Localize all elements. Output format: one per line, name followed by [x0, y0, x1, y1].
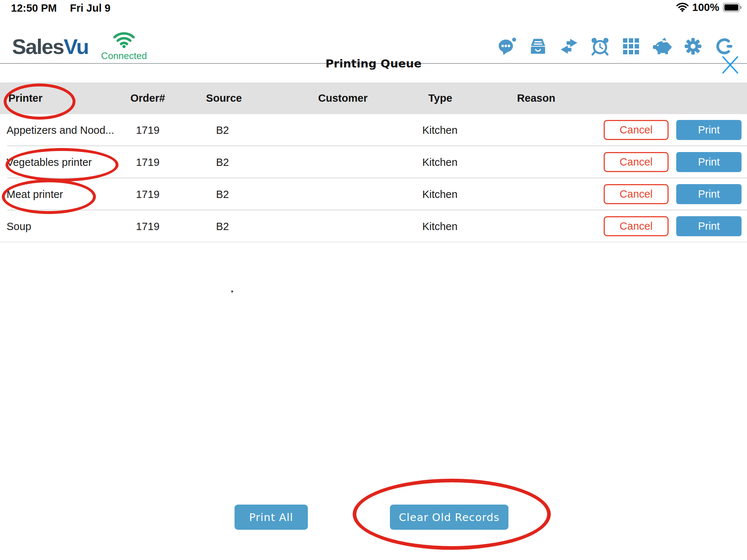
column-header-reason: Reason: [517, 82, 556, 114]
close-icon[interactable]: [720, 55, 740, 75]
status-bar: 12:50 PMFri Jul 9 100%: [0, 0, 747, 15]
row-divider: [7, 178, 747, 178]
cell-type: Kitchen: [422, 178, 458, 210]
column-header-type: Type: [428, 82, 452, 114]
cell-order: 1719: [136, 114, 160, 146]
print-button[interactable]: Print: [676, 120, 742, 140]
cell-order: 1719: [136, 178, 160, 210]
cell-printer: Meat printer: [7, 178, 63, 210]
cash-drawer-icon[interactable]: [529, 37, 547, 56]
print-button[interactable]: Print: [676, 216, 742, 236]
cell-source: B2: [216, 114, 229, 146]
print-button[interactable]: Print: [676, 152, 742, 172]
cell-source: B2: [216, 178, 229, 210]
status-date: Fri Jul 9: [70, 2, 111, 14]
cancel-button[interactable]: Cancel: [604, 216, 669, 236]
table-header-row: Printer Order# Source Customer Type Reas…: [0, 82, 747, 114]
header-toolbar: [498, 37, 734, 56]
column-header-customer: Customer: [318, 82, 367, 114]
cell-source: B2: [216, 210, 229, 242]
row-divider: [7, 145, 747, 146]
cell-type: Kitchen: [422, 210, 458, 242]
cell-printer: Vegetables printer: [7, 146, 92, 178]
printing-queue-screen: 12:50 PMFri Jul 9 100% SalesVu: [0, 0, 747, 560]
cell-printer: Soup: [7, 210, 31, 242]
column-header-source: Source: [206, 82, 242, 114]
page-title: Printing Queue: [0, 57, 747, 70]
cell-type: Kitchen: [422, 114, 458, 146]
piggy-bank-icon[interactable]: [653, 37, 671, 56]
table-row: Soup 1719 B2 Kitchen Cancel Print: [0, 210, 747, 242]
cell-order: 1719: [136, 146, 160, 178]
salesvu-logo: SalesVu: [12, 34, 89, 59]
cell-type: Kitchen: [422, 146, 458, 178]
column-header-printer: Printer: [8, 82, 42, 114]
print-all-button[interactable]: Print All: [235, 505, 308, 530]
cancel-button[interactable]: Cancel: [604, 120, 669, 140]
logo-part-vu: Vu: [64, 35, 89, 58]
print-button[interactable]: Print: [676, 184, 742, 204]
app-header: SalesVu Connected: [0, 15, 747, 48]
cancel-button[interactable]: Cancel: [604, 184, 669, 204]
messages-icon[interactable]: [498, 37, 516, 56]
table-row: Appetizers and Nood... 1719 B2 Kitchen C…: [0, 114, 747, 146]
artifact-dot: [231, 291, 233, 292]
battery-percent: 100%: [692, 1, 719, 13]
clear-old-records-button[interactable]: Clear Old Records: [390, 505, 508, 530]
cell-order: 1719: [136, 210, 160, 242]
cell-source: B2: [216, 146, 229, 178]
status-datetime: 12:50 PMFri Jul 9: [11, 2, 111, 14]
settings-gear-icon[interactable]: [684, 37, 703, 56]
row-divider: [0, 242, 747, 242]
column-header-order: Order#: [130, 82, 165, 114]
status-time: 12:50 PM: [11, 2, 57, 14]
logout-icon[interactable]: [715, 37, 734, 56]
logo-part-sales: Sales: [12, 35, 64, 58]
apps-grid-icon[interactable]: [622, 37, 640, 56]
wifi-connected-icon: [112, 43, 136, 49]
cell-printer: Appetizers and Nood...: [7, 114, 114, 146]
alarm-clock-icon[interactable]: [591, 37, 609, 56]
row-divider: [7, 210, 747, 210]
table-row: Vegetables printer 1719 B2 Kitchen Cance…: [0, 146, 747, 178]
cancel-button[interactable]: Cancel: [604, 152, 669, 172]
wifi-icon: [676, 2, 689, 13]
battery-icon: [723, 3, 740, 12]
table-row: Meat printer 1719 B2 Kitchen Cancel Prin…: [0, 178, 747, 210]
transfer-arrows-icon[interactable]: [560, 37, 578, 56]
